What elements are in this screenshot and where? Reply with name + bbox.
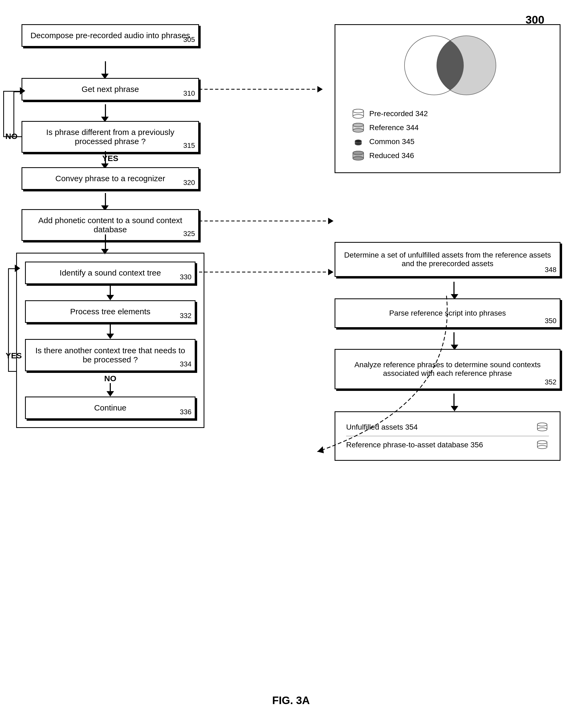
dashed-arc-right <box>290 242 452 457</box>
svg-marker-45 <box>318 86 323 93</box>
svg-point-9 <box>353 109 363 113</box>
arrow-310-315-line <box>105 104 106 118</box>
step-336: 336 <box>180 408 192 416</box>
arrow-320-325-line <box>105 193 106 206</box>
reduced-icon <box>352 150 365 161</box>
legend-label-345: Common 345 <box>369 137 414 146</box>
figure-caption: FIG. 3A <box>0 694 582 706</box>
flow-box-320: Convey phrase to a recognizer 320 <box>22 167 199 190</box>
step-348: 348 <box>545 266 556 274</box>
step-350: 350 <box>545 317 556 325</box>
flow-box-336: Continue 336 <box>25 396 196 419</box>
flow-box-315: Is phrase different from a previously pr… <box>22 121 199 153</box>
no-315-top-horiz <box>3 91 22 92</box>
box-305-text: Decompose pre-recorded audio into phrase… <box>30 31 190 40</box>
svg-point-14 <box>353 129 363 132</box>
flow-box-310: Get next phrase 310 <box>22 78 199 101</box>
arrow-315-320-line <box>105 151 106 164</box>
dashed-310-venn <box>199 89 331 89</box>
step-332: 332 <box>180 312 192 320</box>
venn-box: Pre-recorded 342 Reference 344 <box>334 24 560 173</box>
svg-marker-50 <box>318 446 324 453</box>
arrow-334-336-head <box>106 391 114 396</box>
arrow-352-bottom-head <box>451 406 458 411</box>
step-325: 325 <box>183 230 195 238</box>
arrow-348-350-line <box>453 282 455 295</box>
yes-334-vert <box>8 269 9 372</box>
arrow-332-334-line <box>110 323 111 334</box>
svg-point-15 <box>353 123 363 127</box>
legend-row-346: Reduced 346 <box>352 150 552 161</box>
legend-row-345: Common 345 <box>352 136 552 147</box>
box-330-text: Identify a sound context tree <box>60 268 161 277</box>
box-334-text: Is there another context tree that needs… <box>31 346 190 364</box>
box-336-text: Continue <box>94 403 126 412</box>
legend-label-346: Reduced 346 <box>369 151 414 160</box>
flow-box-334: Is there another context tree that needs… <box>25 339 196 371</box>
step-352: 352 <box>545 378 556 386</box>
svg-point-36 <box>537 428 547 431</box>
arrow-305-310-line <box>105 61 106 75</box>
box-325-text: Add phonetic content to a sound context … <box>38 216 182 234</box>
common-icon <box>352 136 365 147</box>
flow-box-330: Identify a sound context tree 330 <box>25 262 196 284</box>
yes-334-horiz <box>8 371 16 372</box>
db-356-icon <box>535 440 549 450</box>
flow-box-325: Add phonetic content to a sound context … <box>22 209 199 241</box>
arrow-330-332-head <box>106 295 114 300</box>
box-320-text: Convey phrase to a recognizer <box>55 174 166 183</box>
svg-marker-47 <box>328 218 333 224</box>
arrow-334-336-line <box>110 383 111 391</box>
label-no-334: NO <box>25 374 196 383</box>
step-330: 330 <box>180 273 192 281</box>
no-left-vert <box>14 92 14 137</box>
yes-334-arrowhead <box>15 264 20 272</box>
db-354-icon <box>535 422 549 433</box>
box-310-text: Get next phrase <box>81 85 139 94</box>
step-305: 305 <box>183 35 195 44</box>
no-arrow-connector <box>22 136 22 137</box>
box-315-text: Is phrase different from a previously pr… <box>27 128 193 146</box>
step-334: 334 <box>180 360 192 368</box>
no-315-horiz <box>3 136 22 137</box>
dashed-325-348 <box>199 220 341 221</box>
flow-box-305: Decompose pre-recorded audio into phrase… <box>22 24 199 47</box>
legend-label-344: Reference 344 <box>369 123 419 132</box>
no-315-arrowhead <box>20 87 25 95</box>
step-315: 315 <box>183 141 195 150</box>
svg-point-42 <box>537 445 547 449</box>
legend-row-344: Reference 344 <box>352 122 552 133</box>
page-container: 300 Decompose pre-recorded audio into ph… <box>0 0 582 728</box>
svg-point-43 <box>537 441 547 444</box>
svg-point-27 <box>353 151 363 155</box>
svg-point-20 <box>355 142 361 145</box>
label-yes-315: YES <box>102 154 118 163</box>
svg-point-21 <box>355 140 361 142</box>
svg-point-26 <box>353 156 363 160</box>
legend-label-342: Pre-recorded 342 <box>369 109 428 118</box>
arrow-350-352-line <box>453 332 455 346</box>
legend-row-342: Pre-recorded 342 <box>352 108 552 119</box>
arrow-330-332-line <box>110 284 111 295</box>
group-box: Identify a sound context tree 330 Proces… <box>16 253 204 428</box>
reference-icon <box>352 122 365 133</box>
svg-point-37 <box>537 423 547 426</box>
step-320: 320 <box>183 179 195 187</box>
prerecorded-icon <box>352 108 365 119</box>
no-315-vert <box>3 92 4 137</box>
flow-box-332: Process tree elements 332 <box>25 300 196 323</box>
venn-diagram <box>344 33 552 103</box>
box-332-text: Process tree elements <box>70 307 150 316</box>
arrow-352-bottom-line <box>453 394 455 407</box>
arrow-332-334-head <box>106 334 114 339</box>
arrow-325-group-line <box>105 234 106 250</box>
step-310: 310 <box>183 89 195 98</box>
